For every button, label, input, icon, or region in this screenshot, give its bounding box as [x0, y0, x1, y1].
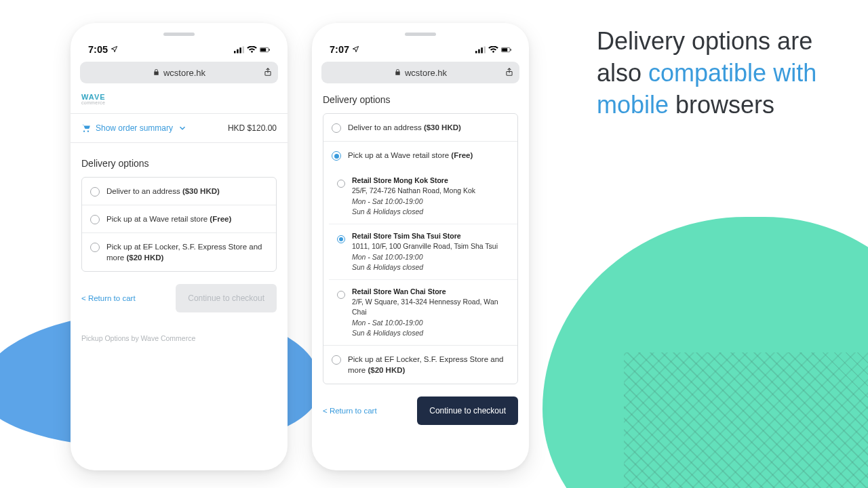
marketing-heading: Delivery options are also compatible wit… [597, 26, 841, 121]
speaker-slot [405, 33, 436, 36]
cellular-icon [234, 46, 244, 54]
radio-icon [337, 291, 345, 299]
status-time-text: 7:05 [88, 44, 108, 55]
option-pickup-store[interactable]: Pick up at a Wave retail store (Free) [82, 205, 276, 233]
svg-rect-8 [475, 51, 477, 53]
store-hours: Sun & Holidays closed [352, 207, 475, 217]
radio-icon [332, 355, 341, 365]
option-label: Pick up at a Wave retail store [106, 215, 210, 223]
svg-rect-2 [239, 47, 241, 53]
radio-icon [337, 180, 345, 188]
option-label: Deliver to an address [348, 123, 424, 131]
chevron-down-icon [178, 123, 187, 133]
store-option-mongkok[interactable]: Retail Store Mong Kok Store 25/F, 724-72… [329, 169, 517, 224]
wifi-icon [488, 46, 498, 54]
continue-checkout-button[interactable]: Continue to checkout [176, 284, 277, 312]
footer-note: Pickup Options by Wave Commerce [71, 319, 288, 342]
svg-rect-3 [243, 46, 245, 53]
store-hours: Mon - Sat 10:00-19:00 [352, 197, 475, 207]
browser-url-bar[interactable]: wcstore.hk [80, 62, 278, 83]
heading-part2: browsers [669, 91, 774, 119]
battery-icon [501, 46, 511, 54]
radio-icon [332, 151, 341, 161]
option-pickup-store[interactable]: Pick up at a Wave retail store (Free) [323, 142, 517, 169]
radio-icon [90, 215, 100, 224]
svg-rect-10 [481, 47, 483, 53]
share-icon[interactable] [505, 67, 514, 79]
option-label: Pick up at a Wave retail store [348, 151, 451, 159]
radio-icon [337, 235, 345, 243]
option-price: ($30 HKD) [424, 123, 461, 131]
lock-icon [153, 68, 160, 78]
url-text: wcstore.hk [163, 68, 205, 78]
status-icons [234, 46, 270, 54]
radio-icon [90, 243, 100, 252]
order-total: HKD $120.00 [228, 123, 277, 133]
delivery-options-list: Deliver to an address ($30 HKD) Pick up … [81, 177, 277, 272]
svg-rect-14 [511, 49, 511, 51]
battery-icon [260, 46, 270, 54]
cellular-icon [475, 46, 486, 54]
store-name: Retail Store Tsim Sha Tsui Store [352, 231, 498, 241]
store-hours: Mon - Sat 10:00-19:00 [352, 318, 509, 328]
option-deliver-address[interactable]: Deliver to an address ($30 HKD) [323, 114, 517, 142]
svg-rect-0 [234, 51, 236, 53]
status-time-text: 7:07 [330, 44, 349, 55]
url-text: wcstore.hk [405, 68, 447, 78]
decorative-confetti [624, 352, 868, 488]
store-address: 25/F, 724-726 Nathan Road, Mong Kok [352, 186, 475, 196]
return-to-cart-link[interactable]: < Return to cart [323, 407, 377, 415]
browser-url-bar[interactable]: wcstore.hk [321, 62, 519, 83]
status-bar: 7:07 [312, 41, 529, 58]
lock-icon [394, 68, 401, 78]
store-name: Retail Store Wan Chai Store [352, 287, 509, 297]
speaker-slot [163, 33, 195, 36]
radio-icon [90, 187, 100, 197]
store-option-wanchai[interactable]: Retail Store Wan Chai Store 2/F, W Squar… [329, 280, 517, 345]
option-price: ($30 HKD) [182, 187, 220, 195]
store-address: 1011, 10/F, 100 Granville Road, Tsim Sha… [352, 241, 498, 251]
svg-rect-6 [269, 49, 270, 51]
delivery-options-list: Deliver to an address ($30 HKD) Pick up … [323, 113, 518, 384]
option-price: (Free) [210, 215, 231, 223]
continue-checkout-button[interactable]: Continue to checkout [417, 396, 518, 425]
share-icon[interactable] [263, 67, 273, 79]
section-title: Delivery options [71, 143, 288, 177]
brand-logo: WAVE commerce [71, 83, 288, 113]
summary-label: Show order summary [96, 123, 173, 133]
store-option-tst[interactable]: Retail Store Tsim Sha Tsui Store 1011, 1… [329, 224, 517, 280]
return-to-cart-link[interactable]: < Return to cart [81, 294, 136, 302]
radio-icon [332, 123, 341, 133]
option-price: ($20 HKD) [368, 366, 405, 374]
svg-rect-9 [478, 49, 480, 53]
option-price: (Free) [451, 151, 473, 159]
svg-rect-13 [502, 48, 507, 52]
option-label: Deliver to an address [106, 187, 182, 195]
location-icon [352, 44, 359, 55]
store-name: Retail Store Mong Kok Store [352, 176, 475, 186]
order-summary-toggle[interactable]: Show order summary HKD $120.00 [71, 113, 288, 143]
option-pickup-locker[interactable]: Pick up at EF Locker, S.F. Express Store… [323, 345, 517, 384]
status-time: 7:07 [330, 44, 359, 55]
svg-rect-1 [237, 49, 239, 53]
store-sublist: Retail Store Mong Kok Store 25/F, 724-72… [323, 169, 517, 345]
option-deliver-address[interactable]: Deliver to an address ($30 HKD) [82, 178, 276, 205]
status-time: 7:05 [88, 44, 118, 55]
phone-mockup-right: 7:07 wcstore.hk Delivery options Deliver… [312, 23, 529, 470]
store-address: 2/F, W Square, 314-324 Hennessy Road, Wa… [352, 297, 509, 317]
logo-subtext: commerce [81, 100, 277, 105]
svg-rect-5 [260, 48, 266, 52]
status-icons [475, 46, 511, 54]
wifi-icon [247, 46, 257, 54]
location-icon [111, 44, 118, 55]
store-hours: Mon - Sat 10:00-19:00 [352, 252, 498, 262]
section-title: Delivery options [312, 83, 529, 113]
option-pickup-locker[interactable]: Pick up at EF Locker, S.F. Express Store… [82, 233, 276, 271]
store-hours: Sun & Holidays closed [352, 328, 509, 338]
svg-rect-11 [484, 46, 486, 53]
status-bar: 7:05 [71, 41, 288, 58]
cart-icon [81, 123, 91, 133]
option-price: ($20 HKD) [126, 253, 163, 262]
store-hours: Sun & Holidays closed [352, 262, 498, 272]
phone-mockup-left: 7:05 wcstore.hk WAVE commerce Show order… [71, 23, 288, 470]
